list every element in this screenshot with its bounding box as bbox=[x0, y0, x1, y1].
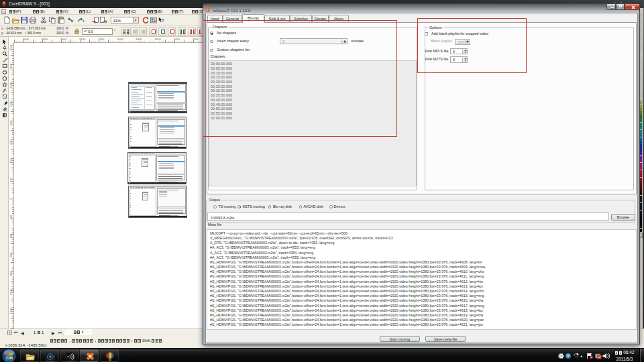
svg-text:?: ? bbox=[162, 18, 164, 23]
